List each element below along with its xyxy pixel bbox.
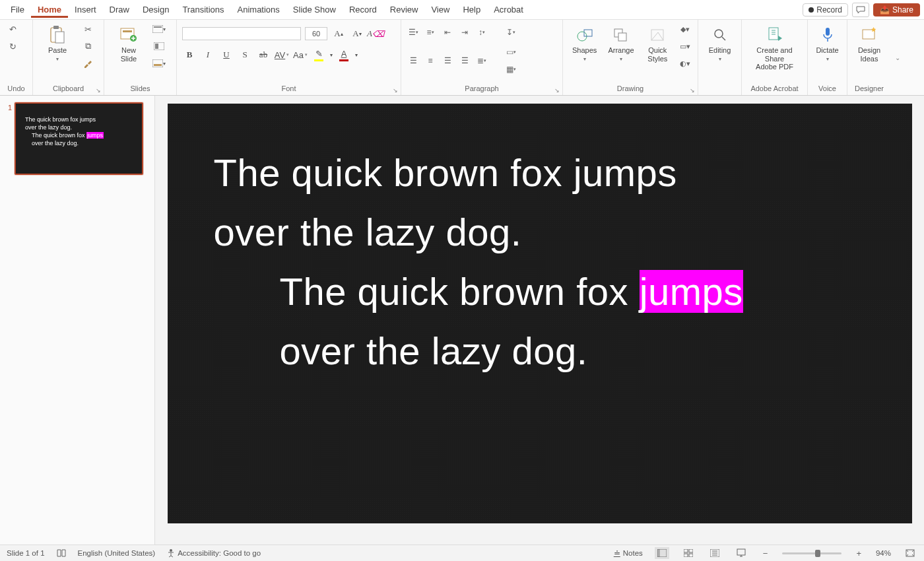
normal-view-button[interactable] [655, 547, 669, 559]
design-ideas-button[interactable]: Design Ideas [853, 22, 886, 63]
tab-insert[interactable]: Insert [68, 2, 103, 17]
strikethrough-button[interactable]: ab [256, 48, 271, 62]
shapes-button[interactable]: Shapes▾ [568, 22, 601, 62]
decrease-font-button[interactable]: A▾ [350, 26, 364, 41]
tab-file[interactable]: File [4, 2, 31, 17]
tab-review[interactable]: Review [383, 2, 425, 17]
tab-slideshow[interactable]: Slide Show [286, 2, 343, 17]
tab-animations[interactable]: Animations [231, 2, 286, 17]
status-language[interactable]: English (United States) [78, 549, 156, 557]
slide-text-line3a[interactable]: The quick brown fox [280, 270, 640, 313]
slide-text-line1[interactable]: The quick brown fox jumps [214, 143, 866, 203]
slide-thumbnails-panel[interactable]: 1 The quick brown fox jumps over the laz… [0, 96, 155, 544]
tab-transitions[interactable]: Transitions [176, 2, 230, 17]
numbering-button[interactable]: ≡▾ [424, 26, 437, 38]
increase-font-button[interactable]: A▴ [331, 26, 346, 41]
bullets-button[interactable]: ☰▾ [407, 26, 420, 38]
font-size-combo[interactable]: 60 [305, 27, 327, 40]
line-spacing-button[interactable]: ↕▾ [475, 26, 488, 38]
arrange-button[interactable]: Arrange▾ [605, 22, 637, 62]
italic-button[interactable]: I [201, 48, 215, 62]
notes-button[interactable]: ≐ Notes [614, 548, 643, 558]
format-painter-button[interactable] [81, 57, 95, 70]
tab-design[interactable]: Design [136, 2, 176, 17]
redo-button[interactable]: ↻ [5, 40, 20, 53]
columns-button[interactable]: ≣▾ [475, 55, 488, 67]
thumb-line3a: The quick brown fox [32, 132, 86, 139]
zoom-out-button[interactable]: − [760, 548, 771, 558]
align-left-button[interactable]: ☰ [407, 55, 420, 67]
new-slide-button[interactable]: New Slide [110, 22, 148, 63]
zoom-percent[interactable]: 94% [876, 549, 891, 557]
shapes-icon [574, 25, 596, 45]
slideshow-view-button[interactable] [734, 547, 748, 559]
section-button[interactable]: ▾ [152, 57, 166, 70]
copy-button[interactable]: ⧉ [81, 40, 95, 53]
bold-button[interactable]: B [182, 48, 197, 62]
record-dot-icon [808, 7, 814, 13]
dictate-button[interactable]: Dictate▾ [813, 22, 842, 62]
increase-indent-button[interactable]: ⇥ [458, 26, 471, 38]
sorter-view-button[interactable] [681, 547, 696, 559]
font-color-button[interactable]: A [337, 48, 351, 62]
chevron-down-icon: ▾ [56, 56, 59, 62]
record-button[interactable]: Record [803, 3, 848, 16]
font-launcher[interactable]: ↘ [393, 87, 398, 94]
editing-button[interactable]: Editing▾ [704, 22, 736, 62]
justify-button[interactable]: ☰ [458, 55, 471, 67]
tab-help[interactable]: Help [456, 2, 487, 17]
zoom-slider[interactable] [782, 552, 842, 554]
smartart-button[interactable]: ▦▾ [504, 63, 517, 75]
shape-effects-button[interactable]: ◐▾ [678, 57, 692, 70]
char-spacing-button[interactable]: AV▾ [275, 48, 289, 62]
svg-line-18 [722, 37, 725, 40]
shape-outline-button[interactable]: ▭▾ [678, 40, 692, 53]
shape-fill-button[interactable]: ◆▾ [678, 22, 692, 36]
text-direction-button[interactable]: ↧▾ [504, 26, 517, 38]
slide-canvas[interactable]: The quick brown fox jumps over the lazy … [168, 104, 912, 523]
accessibility-button[interactable]: Accessibility: Good to go [167, 548, 261, 558]
align-center-button[interactable]: ≡ [424, 55, 437, 67]
quick-styles-button[interactable]: Quick Styles [642, 22, 674, 63]
slide-text-line2[interactable]: over the lazy dog. [214, 203, 866, 262]
clear-formatting-button[interactable]: A⌫ [368, 26, 383, 41]
tab-view[interactable]: View [424, 2, 456, 17]
slide-stage[interactable]: The quick brown fox jumps over the lazy … [155, 96, 924, 544]
comments-button[interactable] [852, 3, 869, 17]
tab-acrobat[interactable]: Acrobat [487, 2, 530, 17]
align-text-button[interactable]: ▭▾ [504, 46, 517, 58]
font-name-combo[interactable] [182, 27, 301, 40]
change-case-button[interactable]: Aa▾ [293, 48, 308, 62]
shadow-button[interactable]: S [238, 48, 252, 62]
slide-text-line3b-highlight[interactable]: jumps [640, 270, 743, 313]
tab-home[interactable]: Home [31, 2, 68, 18]
zoom-in-button[interactable]: + [853, 548, 864, 558]
group-designer-label: Designer [853, 83, 886, 94]
align-right-button[interactable]: ☰ [441, 55, 454, 67]
workspace: 1 The quick brown fox jumps over the laz… [0, 96, 924, 544]
decrease-indent-button[interactable]: ⇤ [441, 26, 454, 38]
paragraph-launcher[interactable]: ↘ [554, 87, 560, 94]
create-pdf-button[interactable]: Create and Share Adobe PDF [747, 22, 802, 71]
fit-to-window-button[interactable] [903, 547, 917, 559]
reading-view-button[interactable] [708, 547, 722, 559]
highlight-button[interactable]: ✎ [312, 48, 326, 62]
slide-thumbnail-1[interactable]: The quick brown fox jumps over the lazy … [15, 102, 143, 175]
layout-button[interactable]: ▾ [152, 22, 166, 36]
undo-button[interactable]: ↶ [5, 22, 20, 36]
collapse-ribbon-button[interactable]: ⌄ [891, 54, 904, 61]
clipboard-launcher[interactable]: ↘ [96, 87, 101, 94]
dictate-label: Dictate [816, 46, 838, 55]
reset-button[interactable] [152, 40, 166, 53]
cut-button[interactable]: ✂ [81, 22, 95, 36]
tab-draw[interactable]: Draw [103, 2, 136, 17]
tab-record[interactable]: Record [343, 2, 383, 17]
spellcheck-button[interactable] [57, 549, 66, 557]
quick-styles-label: Quick Styles [647, 46, 667, 63]
share-button[interactable]: 📤 Share [873, 3, 920, 16]
paste-button[interactable]: Paste ▾ [38, 22, 77, 62]
underline-button[interactable]: U [219, 48, 234, 62]
drawing-launcher[interactable]: ↘ [690, 87, 695, 94]
slide-text-line4[interactable]: over the lazy dog. [214, 321, 866, 381]
zoom-slider-knob[interactable] [815, 550, 820, 557]
